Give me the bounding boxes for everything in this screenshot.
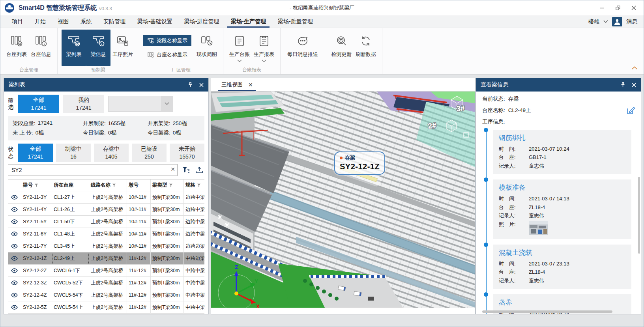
title-bar: Smart4D 智慧梁场管理系统 v0.3.3 - 杭绍甬高速绍兴侧智慧梁厂 [0, 0, 644, 15]
beam-table-header: 梁号 所在台座 线路名称 墩号 梁类型 规格 [8, 179, 204, 191]
header-line-name[interactable]: 线路名称 [89, 179, 127, 191]
clear-search-icon[interactable]: ✕ [170, 166, 175, 172]
table-row[interactable]: SY2-12-5ZCWCL5-54上上虞2号高架桥11#-12#预制T梁30m中… [8, 301, 204, 314]
status-making-button[interactable]: 制梁中16 [56, 144, 91, 162]
menu-item-quality[interactable]: 梁场-质量管理 [272, 15, 319, 28]
vertical-scrollbar[interactable] [638, 177, 640, 254]
view-beam-eye-icon[interactable] [8, 204, 21, 216]
table-cell: 上虞2号高架桥 [89, 240, 127, 252]
menu-item-production[interactable]: 梁场-生产管理 [225, 15, 272, 28]
filter-dropdown[interactable] [108, 96, 173, 112]
beam-info-icon [91, 34, 105, 48]
view-beam-eye-icon[interactable] [8, 216, 21, 228]
table-row[interactable]: SY2-12-2ZCWCL6-1下上虞2号高架桥11#-12#预制T梁30m中跨… [8, 265, 204, 277]
view-beam-eye-icon[interactable] [8, 277, 21, 289]
close-panel-icon[interactable] [199, 83, 204, 87]
table-row[interactable]: SY2-11-3YCL1-27上上虞2号高架桥10#-11#预制T梁30m边跨中… [8, 191, 204, 204]
chevron-down-icon[interactable] [603, 20, 608, 23]
pedestal-info-button[interactable]: 台座信息 [29, 30, 53, 66]
view-beam-eye-icon[interactable] [8, 252, 21, 265]
table-row[interactable]: SY2-11-5YCL1-50下上虞2号高架桥10#-11#预制T梁30m边跨中… [8, 216, 204, 228]
table-row[interactable]: SY2-11-6YCL1-48上上虞2号高架桥10#-11#预制T梁30m边跨中… [8, 228, 204, 240]
menu-item-project[interactable]: 项目 [6, 15, 29, 28]
messages-link[interactable]: 消息 [626, 18, 637, 25]
close-window-button[interactable] [631, 5, 637, 11]
export-button[interactable] [194, 165, 204, 175]
toggle-beam-name-display[interactable]: 梁段名称显示 [143, 35, 191, 46]
beam-tooltip[interactable]: 存梁 SY2-12-1Z [334, 151, 385, 175]
pin-icon[interactable] [620, 82, 625, 88]
view-beam-eye-icon[interactable] [8, 265, 21, 277]
tab-3d-view[interactable]: 三维视图 ✕ [218, 78, 256, 91]
table-row[interactable]: SY2-12-4ZCWCL5-54下上虞2号高架桥11#-12#预制T梁30m中… [8, 289, 204, 301]
status-storing-button[interactable]: 存梁中1405 [94, 144, 129, 162]
menu-item-start[interactable]: 开始 [29, 15, 52, 28]
edit-icon[interactable] [626, 106, 635, 117]
status-erected-button[interactable]: 已架设250 [132, 144, 167, 162]
table-cell: 10#-11# [127, 228, 151, 240]
horizontal-scrollbar[interactable] [482, 310, 612, 313]
menu-item-base-setting[interactable]: 梁场-基础设置 [131, 15, 178, 28]
close-panel-icon[interactable] [632, 83, 636, 87]
process-title[interactable]: 混凝土浇筑 [499, 248, 626, 257]
viewport-3d[interactable]: 2# 3# Z Y X [211, 92, 475, 308]
header-pedestal[interactable]: 所在台座 [52, 179, 89, 191]
menu-item-security[interactable]: 安防管理 [97, 15, 131, 28]
table-row[interactable]: SY2-11-7YCL3-45上上虞2号高架桥10#-11#预制T梁30m边跨边… [8, 240, 204, 252]
production-report-button[interactable]: 生产报表 [252, 30, 276, 66]
production-ledger-button[interactable]: 生产台账 [227, 30, 252, 66]
process-title[interactable]: 模板准备 [499, 183, 626, 192]
table-row[interactable]: SY2-12-1ZCL2-49上上虞2号高架桥11#-12#预制T梁30m中跨边… [8, 252, 204, 265]
table-cell: CL1-50下 [52, 216, 89, 228]
view-beam-eye-icon[interactable] [8, 289, 21, 301]
table-cell: 10#-11# [127, 204, 151, 216]
ribbon-collapse-chevron[interactable] [632, 64, 637, 71]
menu-item-progress[interactable]: 梁场-进度管理 [178, 15, 225, 28]
process-title[interactable]: 蒸养 [499, 298, 626, 307]
restore-button[interactable] [615, 5, 621, 11]
table-cell: 中跨中梁简变连 [184, 289, 204, 301]
table-cell: CWCL6-1下 [52, 265, 89, 277]
user-avatar-icon[interactable] [612, 17, 622, 26]
search-input[interactable] [8, 164, 178, 176]
header-beam-no[interactable]: 梁号 [21, 179, 52, 191]
filter-all-button[interactable]: 全部 17241 [18, 95, 59, 113]
view-beam-eye-icon[interactable] [8, 240, 21, 252]
table-cell: 上虞2号高架桥 [89, 277, 127, 289]
pedestal-name-label: 台座名称: [482, 107, 505, 114]
filter-mine-button[interactable]: 我的 17241 [63, 95, 104, 113]
header-beam-type[interactable]: 梁类型 [151, 179, 184, 191]
table-cell: 11#-12# [127, 277, 151, 289]
close-tab-icon[interactable]: ✕ [248, 82, 253, 88]
user-name[interactable]: 骆雄 [588, 18, 599, 25]
status-notstarted-button[interactable]: 未开始15570 [170, 144, 204, 162]
daily-message-push-button[interactable]: 每日消息推送 [285, 30, 321, 66]
stats-box: 梁段总量:17241 开累制梁:1655榀 开累架梁:250榀 未 上 传:0榀… [8, 116, 204, 140]
menu-item-system[interactable]: 系统 [75, 15, 97, 28]
refresh-data-button[interactable]: 刷新数据 [354, 30, 378, 66]
view-beam-eye-icon[interactable] [8, 301, 21, 314]
table-row[interactable]: SY2-12-3ZCWCL5-52下上虞2号高架桥11#-12#预制T梁30m中… [8, 277, 204, 289]
minimize-button[interactable] [599, 5, 605, 11]
toggle-pedestal-name-display[interactable]: 台座名称显示 [143, 49, 191, 60]
header-spec[interactable]: 规格 [184, 179, 204, 191]
pedestal-list-button[interactable]: 台座列表 [4, 30, 29, 66]
beam-list-button[interactable]: 梁列表 [62, 30, 86, 66]
status-all-button[interactable]: 全部17241 [18, 144, 53, 162]
view-beam-eye-icon[interactable] [8, 228, 21, 240]
filter-funnel-button[interactable] [181, 165, 191, 175]
status-row: 状态 全部17241 制梁中16 存梁中1405 已架设250 未开始15570 [8, 144, 204, 162]
menu-item-view[interactable]: 视图 [52, 15, 75, 28]
check-update-button[interactable]: 检测更新 [329, 30, 354, 66]
current-layout-button[interactable]: 现状简图 [195, 30, 219, 66]
table-cell: SY2-12-5Z [21, 301, 52, 314]
table-row[interactable]: SY2-11-4YCL1-26上上虞2号高架桥10#-11#预制T梁30m边跨中… [8, 204, 204, 216]
pin-icon[interactable] [188, 82, 193, 88]
header-pier-no[interactable]: 墩号 [127, 179, 151, 191]
process-photo-button[interactable]: 工序照片 [110, 30, 135, 66]
process-photo[interactable] [529, 221, 548, 235]
beam-info-button[interactable]: 梁信息 [86, 30, 110, 66]
app-logo-icon [4, 3, 15, 13]
view-beam-eye-icon[interactable] [8, 191, 21, 204]
process-title[interactable]: 钢筋绑扎 [499, 133, 626, 142]
